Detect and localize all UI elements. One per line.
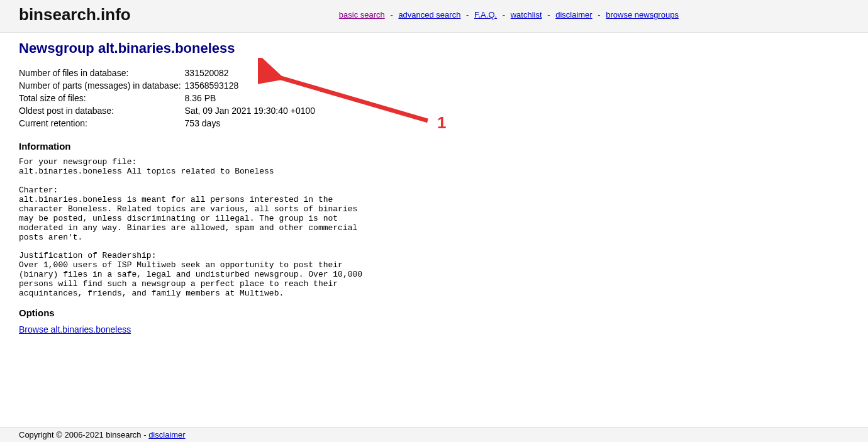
nav-basic-search[interactable]: basic search [339,10,385,19]
stat-value: 331520082 [185,67,319,79]
table-row: Number of files in database: 331520082 [19,67,319,79]
stat-value: 753 days [185,117,319,130]
stat-label: Total size of files: [19,92,185,104]
table-row: Oldest post in database: Sat, 09 Jan 202… [19,104,319,117]
nav-faq[interactable]: F.A.Q. [474,10,497,19]
nav-advanced-search[interactable]: advanced search [398,10,460,19]
site-title: binsearch.info [19,5,131,25]
table-row: Current retention: 753 days [19,117,319,130]
stat-value: 8.36 PB [185,92,319,104]
header: binsearch.info basic search - advanced s… [0,0,868,33]
nav-separator: - [466,10,469,19]
main-content: Newsgroup alt.binaries.boneless Number o… [0,33,868,353]
nav-separator: - [598,10,600,19]
stat-label: Oldest post in database: [19,104,185,117]
nav-separator: - [503,10,505,19]
nav-separator: - [390,10,392,19]
stat-value: Sat, 09 Jan 2021 19:30:40 +0100 [185,104,319,117]
top-nav: basic search - advanced search - F.A.Q. … [169,10,849,19]
information-text: For your newsgroup file: alt.binaries.bo… [19,158,849,299]
stats-table: Number of files in database: 331520082 N… [19,67,319,130]
page-title: Newsgroup alt.binaries.boneless [19,40,849,57]
table-row: Total size of files: 8.36 PB [19,92,319,104]
annotation-label-1: 1 [437,113,446,133]
stat-value: 13568593128 [185,79,319,92]
nav-watchlist[interactable]: watchlist [511,10,542,19]
nav-disclaimer[interactable]: disclaimer [555,10,593,19]
browse-newsgroup-link[interactable]: Browse alt.binaries.boneless [19,324,131,334]
nav-browse-newsgroups[interactable]: browse newsgroups [606,10,679,19]
options-heading: Options [19,307,849,318]
stat-label: Number of parts (messages) in database: [19,79,185,92]
information-heading: Information [19,141,849,152]
stat-label: Number of files in database: [19,67,185,79]
table-row: Number of parts (messages) in database: … [19,79,319,92]
nav-separator: - [547,10,550,19]
stat-label: Current retention: [19,117,185,130]
